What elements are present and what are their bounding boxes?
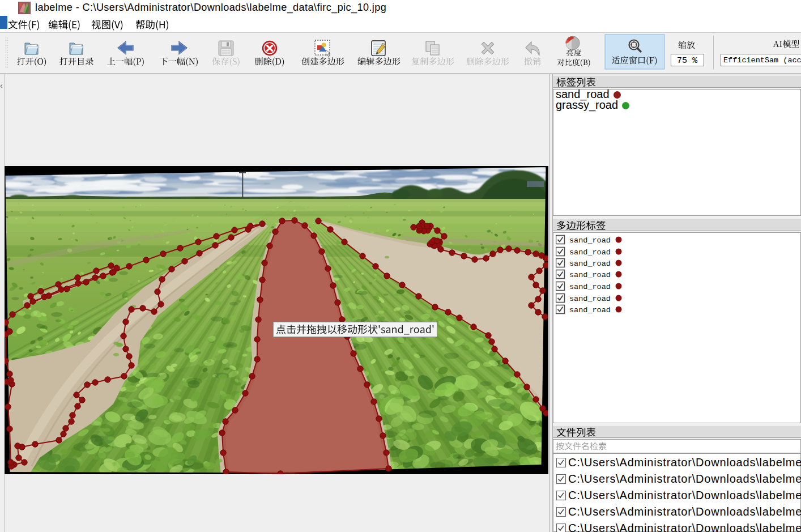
- svg-text:sand_road: sand_road: [569, 236, 611, 245]
- svg-text:75 %: 75 %: [677, 56, 698, 66]
- svg-text:sand_road: sand_road: [569, 248, 611, 257]
- svg-text:sand_road: sand_road: [569, 283, 611, 291]
- svg-text:sand_road: sand_road: [569, 271, 611, 279]
- svg-text:sand_road: sand_road: [569, 306, 611, 314]
- svg-text:EfficientSam (accu: EfficientSam (accu: [723, 56, 801, 65]
- svg-text:sand_road: sand_road: [569, 259, 611, 268]
- svg-text:sand_road: sand_road: [569, 295, 611, 303]
